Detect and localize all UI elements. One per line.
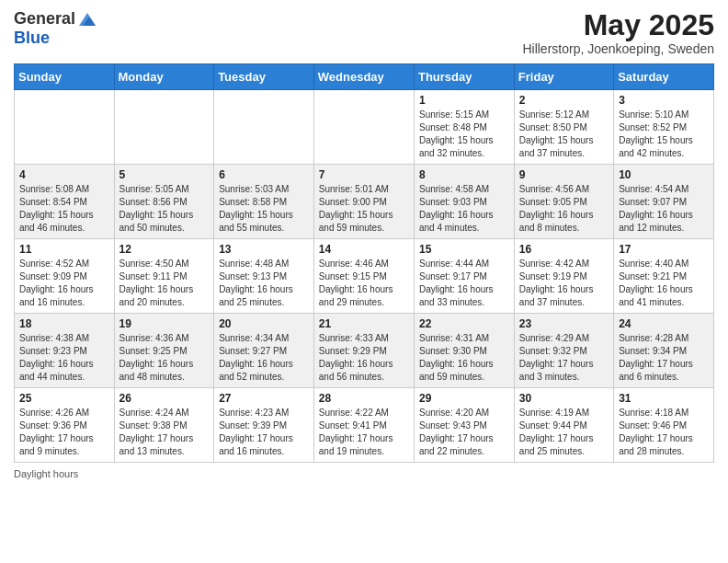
calendar-header-row: SundayMondayTuesdayWednesdayThursdayFrid…: [15, 64, 714, 90]
day-number: 20: [219, 317, 309, 330]
calendar-day-cell: 14Sunrise: 4:46 AM Sunset: 9:15 PM Dayli…: [313, 239, 414, 314]
day-info: Sunrise: 4:34 AM Sunset: 9:27 PM Dayligh…: [219, 332, 309, 384]
calendar-weekday-header: Wednesday: [313, 64, 414, 90]
day-info: Sunrise: 4:28 AM Sunset: 9:34 PM Dayligh…: [619, 332, 709, 384]
calendar-weekday-header: Friday: [514, 64, 613, 90]
calendar-day-cell: 22Sunrise: 4:31 AM Sunset: 9:30 PM Dayli…: [414, 314, 514, 388]
calendar-day-cell: 13Sunrise: 4:48 AM Sunset: 9:13 PM Dayli…: [214, 239, 314, 314]
day-number: 2: [519, 94, 609, 107]
calendar-day-cell: 19Sunrise: 4:36 AM Sunset: 9:25 PM Dayli…: [114, 314, 214, 388]
page-header: General Blue May 2025 Hillerstorp, Joenk…: [14, 9, 714, 56]
calendar-day-cell: 15Sunrise: 4:44 AM Sunset: 9:17 PM Dayli…: [414, 239, 514, 314]
day-number: 6: [219, 168, 309, 181]
day-number: 3: [619, 94, 709, 107]
day-info: Sunrise: 4:19 AM Sunset: 9:44 PM Dayligh…: [519, 407, 609, 458]
calendar-weekday-header: Monday: [114, 64, 214, 90]
calendar-week-row: 4Sunrise: 5:08 AM Sunset: 8:54 PM Daylig…: [15, 165, 714, 239]
day-number: 5: [119, 168, 210, 181]
day-info: Sunrise: 4:26 AM Sunset: 9:36 PM Dayligh…: [19, 407, 109, 458]
day-number: 11: [19, 243, 109, 256]
day-number: 7: [319, 168, 409, 181]
calendar-week-row: 18Sunrise: 4:38 AM Sunset: 9:23 PM Dayli…: [15, 314, 714, 388]
day-number: 19: [119, 317, 210, 330]
day-info: Sunrise: 4:40 AM Sunset: 9:21 PM Dayligh…: [619, 258, 709, 309]
calendar-day-cell: 1Sunrise: 5:15 AM Sunset: 8:48 PM Daylig…: [414, 90, 514, 165]
calendar-day-cell: 11Sunrise: 4:52 AM Sunset: 9:09 PM Dayli…: [15, 239, 115, 314]
logo-blue-text: Blue: [14, 29, 97, 48]
calendar-weekday-header: Sunday: [15, 64, 115, 90]
day-number: 8: [419, 168, 509, 181]
calendar-day-cell: 16Sunrise: 4:42 AM Sunset: 9:19 PM Dayli…: [514, 239, 613, 314]
day-number: 16: [519, 243, 609, 256]
calendar-day-cell: [214, 90, 314, 165]
title-block: May 2025 Hillerstorp, Joenkoeping, Swede…: [522, 9, 714, 56]
day-info: Sunrise: 4:38 AM Sunset: 9:23 PM Dayligh…: [19, 332, 109, 384]
day-info: Sunrise: 4:46 AM Sunset: 9:15 PM Dayligh…: [319, 258, 409, 309]
day-number: 15: [419, 243, 509, 256]
day-info: Sunrise: 5:12 AM Sunset: 8:50 PM Dayligh…: [519, 109, 609, 160]
day-info: Sunrise: 4:31 AM Sunset: 9:30 PM Dayligh…: [419, 332, 509, 384]
calendar-day-cell: [15, 90, 115, 165]
day-info: Sunrise: 5:05 AM Sunset: 8:56 PM Dayligh…: [119, 183, 210, 235]
calendar-week-row: 25Sunrise: 4:26 AM Sunset: 9:36 PM Dayli…: [15, 388, 714, 463]
day-number: 21: [319, 317, 409, 330]
month-title: May 2025: [522, 9, 714, 41]
day-info: Sunrise: 4:56 AM Sunset: 9:05 PM Dayligh…: [519, 183, 609, 235]
calendar-weekday-header: Thursday: [414, 64, 514, 90]
logo-icon: [77, 9, 97, 29]
day-info: Sunrise: 5:08 AM Sunset: 8:54 PM Dayligh…: [19, 183, 109, 235]
day-number: 9: [519, 168, 609, 181]
footer-note: Daylight hours: [14, 468, 714, 479]
calendar-day-cell: 17Sunrise: 4:40 AM Sunset: 9:21 PM Dayli…: [614, 239, 714, 314]
calendar-week-row: 11Sunrise: 4:52 AM Sunset: 9:09 PM Dayli…: [15, 239, 714, 314]
calendar-table: SundayMondayTuesdayWednesdayThursdayFrid…: [14, 63, 714, 463]
day-info: Sunrise: 5:15 AM Sunset: 8:48 PM Dayligh…: [419, 109, 509, 160]
location-text: Hillerstorp, Joenkoeping, Sweden: [522, 41, 714, 56]
day-number: 14: [319, 243, 409, 256]
calendar-week-row: 1Sunrise: 5:15 AM Sunset: 8:48 PM Daylig…: [15, 90, 714, 165]
calendar-day-cell: 3Sunrise: 5:10 AM Sunset: 8:52 PM Daylig…: [614, 90, 714, 165]
day-info: Sunrise: 4:54 AM Sunset: 9:07 PM Dayligh…: [619, 183, 709, 235]
calendar-day-cell: 23Sunrise: 4:29 AM Sunset: 9:32 PM Dayli…: [514, 314, 613, 388]
day-number: 28: [319, 392, 409, 405]
day-number: 13: [219, 243, 309, 256]
calendar-day-cell: 27Sunrise: 4:23 AM Sunset: 9:39 PM Dayli…: [214, 388, 314, 463]
calendar-day-cell: 5Sunrise: 5:05 AM Sunset: 8:56 PM Daylig…: [114, 165, 214, 239]
daylight-label: Daylight hours: [14, 468, 78, 479]
day-number: 10: [619, 168, 709, 181]
calendar-day-cell: 24Sunrise: 4:28 AM Sunset: 9:34 PM Dayli…: [614, 314, 714, 388]
day-info: Sunrise: 4:36 AM Sunset: 9:25 PM Dayligh…: [119, 332, 210, 384]
logo-general-text: General: [14, 10, 75, 29]
day-number: 1: [419, 94, 509, 107]
calendar-day-cell: 31Sunrise: 4:18 AM Sunset: 9:46 PM Dayli…: [614, 388, 714, 463]
calendar-day-cell: [313, 90, 414, 165]
day-info: Sunrise: 4:50 AM Sunset: 9:11 PM Dayligh…: [119, 258, 210, 309]
day-number: 25: [19, 392, 109, 405]
day-number: 22: [419, 317, 509, 330]
day-info: Sunrise: 4:29 AM Sunset: 9:32 PM Dayligh…: [519, 332, 609, 384]
calendar-day-cell: 4Sunrise: 5:08 AM Sunset: 8:54 PM Daylig…: [15, 165, 115, 239]
calendar-day-cell: 12Sunrise: 4:50 AM Sunset: 9:11 PM Dayli…: [114, 239, 214, 314]
calendar-day-cell: 2Sunrise: 5:12 AM Sunset: 8:50 PM Daylig…: [514, 90, 613, 165]
day-info: Sunrise: 4:20 AM Sunset: 9:43 PM Dayligh…: [419, 407, 509, 458]
day-info: Sunrise: 4:23 AM Sunset: 9:39 PM Dayligh…: [219, 407, 309, 458]
calendar-day-cell: 20Sunrise: 4:34 AM Sunset: 9:27 PM Dayli…: [214, 314, 314, 388]
calendar-day-cell: 28Sunrise: 4:22 AM Sunset: 9:41 PM Dayli…: [313, 388, 414, 463]
calendar-day-cell: 8Sunrise: 4:58 AM Sunset: 9:03 PM Daylig…: [414, 165, 514, 239]
day-number: 18: [19, 317, 109, 330]
day-info: Sunrise: 4:24 AM Sunset: 9:38 PM Dayligh…: [119, 407, 210, 458]
logo: General Blue: [14, 9, 97, 48]
day-number: 26: [119, 392, 210, 405]
calendar-day-cell: 26Sunrise: 4:24 AM Sunset: 9:38 PM Dayli…: [114, 388, 214, 463]
day-info: Sunrise: 4:44 AM Sunset: 9:17 PM Dayligh…: [419, 258, 509, 309]
calendar-day-cell: 25Sunrise: 4:26 AM Sunset: 9:36 PM Dayli…: [15, 388, 115, 463]
calendar-day-cell: 21Sunrise: 4:33 AM Sunset: 9:29 PM Dayli…: [313, 314, 414, 388]
calendar-weekday-header: Tuesday: [214, 64, 314, 90]
calendar-day-cell: 29Sunrise: 4:20 AM Sunset: 9:43 PM Dayli…: [414, 388, 514, 463]
calendar-day-cell: [114, 90, 214, 165]
day-number: 29: [419, 392, 509, 405]
day-number: 27: [219, 392, 309, 405]
day-number: 24: [619, 317, 709, 330]
calendar-day-cell: 6Sunrise: 5:03 AM Sunset: 8:58 PM Daylig…: [214, 165, 314, 239]
day-info: Sunrise: 4:33 AM Sunset: 9:29 PM Dayligh…: [319, 332, 409, 384]
